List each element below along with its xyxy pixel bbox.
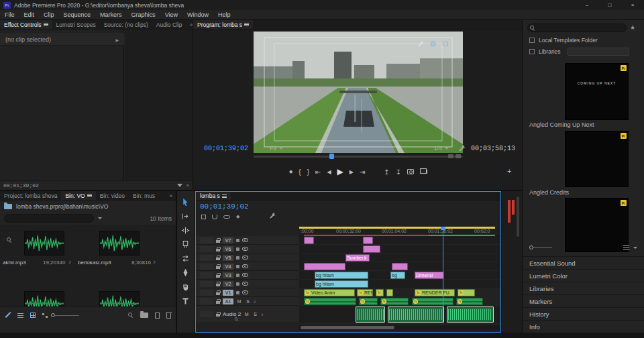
- mute-button[interactable]: M: [236, 299, 242, 304]
- lock-icon[interactable]: [216, 275, 220, 278]
- step-forward-button[interactable]: ▶: [350, 169, 354, 175]
- source-patch[interactable]: [200, 272, 213, 278]
- find-button[interactable]: [128, 313, 133, 318]
- close-button[interactable]: ×: [621, 0, 644, 10]
- program-scrubber[interactable]: [254, 153, 463, 160]
- new-item-button[interactable]: [155, 313, 160, 319]
- template-search-input[interactable]: [527, 23, 627, 32]
- razor-tool[interactable]: [181, 240, 190, 250]
- source-patch[interactable]: [200, 281, 213, 287]
- breadcrumb[interactable]: lomba sheva.prproj\bahan\music\VO: [16, 203, 109, 210]
- track-name-button[interactable]: V4: [223, 264, 233, 270]
- tab-sequence[interactable]: lomba s: [196, 192, 231, 200]
- effect-controls-timecode[interactable]: 00;01;39;02: [3, 182, 39, 188]
- solo-button[interactable]: S: [252, 312, 258, 317]
- mute-button[interactable]: M: [244, 312, 250, 317]
- pen-tool[interactable]: [181, 268, 190, 278]
- tab-overflow-button[interactable]: »: [186, 20, 193, 29]
- maximize-button[interactable]: □: [598, 0, 621, 10]
- track-name-button[interactable]: V6: [223, 246, 233, 252]
- source-patch[interactable]: [200, 264, 213, 270]
- toggle-output-icon[interactable]: [242, 281, 248, 286]
- source-patch[interactable]: [200, 311, 213, 317]
- lock-icon[interactable]: [216, 258, 220, 260]
- clip-name[interactable]: akhir.mp3: [3, 260, 26, 266]
- minimize-button[interactable]: –: [576, 0, 598, 10]
- play-button[interactable]: ▶: [337, 167, 343, 176]
- button-editor-plus[interactable]: +: [507, 167, 511, 175]
- fit-dropdown[interactable]: Fit: [270, 145, 283, 152]
- panel-tab-info[interactable]: Info: [523, 320, 644, 333]
- sync-lock-icon[interactable]: [236, 239, 239, 242]
- comparison-view-button[interactable]: [422, 170, 427, 174]
- delete-button[interactable]: [166, 313, 171, 319]
- tab-program-monitor[interactable]: Program: lomba s: [193, 20, 253, 29]
- libraries-dropdown[interactable]: [568, 48, 629, 56]
- audio-thumbnail[interactable]: [24, 231, 64, 256]
- local-templates-checkbox[interactable]: [529, 38, 535, 43]
- settings-wrench-icon[interactable]: [458, 145, 466, 152]
- panel-tab-libraries[interactable]: Libraries: [523, 282, 644, 294]
- track-name-button[interactable]: A1: [223, 298, 233, 304]
- icon-view-button[interactable]: [30, 313, 36, 318]
- track-name-button[interactable]: V1: [223, 290, 233, 296]
- new-bin-button[interactable]: [140, 313, 148, 318]
- lock-icon[interactable]: [216, 314, 220, 317]
- track-name-button[interactable]: V3: [223, 272, 233, 278]
- timeline-settings-wrench-icon[interactable]: [269, 213, 276, 221]
- program-monitor-display[interactable]: [254, 32, 463, 153]
- template-name[interactable]: Angled Credits: [529, 189, 569, 196]
- timeline-hscroll-thumb[interactable]: [301, 326, 394, 329]
- step-back-button[interactable]: ◀: [327, 169, 331, 175]
- panel-tab-history[interactable]: History: [523, 307, 644, 320]
- panel-menu-icon[interactable]: [222, 194, 227, 198]
- slider-track[interactable]: [55, 315, 79, 316]
- bin-content-grid[interactable]: akhir.mp3 19;20340 ♪ berlokasi.mp3 8;308…: [0, 225, 176, 306]
- solo-button[interactable]: S: [245, 299, 251, 304]
- zoom-handle-right[interactable]: [455, 154, 461, 158]
- timeline-hscroll-track[interactable]: [299, 325, 500, 330]
- toggle-output-icon[interactable]: [242, 237, 248, 243]
- panel-menu-icon[interactable]: [244, 23, 249, 26]
- clip-name[interactable]: berlokasi.mp3: [78, 260, 111, 266]
- lock-icon[interactable]: [216, 266, 220, 269]
- source-patch[interactable]: [200, 298, 213, 304]
- add-marker-button[interactable]: ◆: [289, 169, 292, 174]
- timeline-timecode[interactable]: 00;01;39;02: [200, 203, 249, 211]
- tab-lumetri-scopes[interactable]: Lumetri Scopes: [52, 20, 100, 29]
- go-to-out-button[interactable]: ⇥: [360, 168, 365, 176]
- chevron-down-icon[interactable]: [633, 247, 637, 249]
- sync-lock-icon[interactable]: [236, 282, 239, 286]
- menu-window[interactable]: Window: [182, 11, 213, 18]
- filter-icon[interactable]: [177, 184, 182, 187]
- source-patch[interactable]: [200, 237, 213, 243]
- sync-lock-icon[interactable]: [236, 274, 239, 277]
- mark-out-button[interactable]: }: [307, 168, 309, 176]
- panel-menu-icon[interactable]: [87, 194, 92, 197]
- tab-overflow-button[interactable]: »: [166, 191, 176, 200]
- template-name[interactable]: Angled Coming Up Next: [529, 121, 594, 128]
- menu-sequence[interactable]: Sequence: [59, 11, 96, 18]
- menu-file[interactable]: File: [0, 11, 19, 18]
- audio-thumbnail[interactable]: [99, 291, 140, 306]
- lift-button[interactable]: ↥: [384, 168, 389, 176]
- libraries-checkbox[interactable]: [529, 49, 535, 54]
- audio-thumbnail[interactable]: [24, 291, 64, 306]
- menu-graphics[interactable]: Graphics: [127, 11, 160, 18]
- freeform-view-button[interactable]: [42, 313, 44, 315]
- thumbnail-size-track[interactable]: [533, 247, 552, 248]
- zoom-slider[interactable]: [51, 313, 79, 317]
- panel-menu-icon[interactable]: [44, 23, 48, 26]
- tab-bin-video[interactable]: Bin: video: [96, 191, 129, 200]
- audio-thumbnail[interactable]: [99, 231, 140, 256]
- add-marker-icon[interactable]: ◆: [236, 214, 239, 219]
- tab-project[interactable]: Project: lomba sheva: [0, 191, 61, 200]
- track-name-button[interactable]: V5: [223, 255, 233, 261]
- panel-tab-essential-sound[interactable]: Essential Sound: [523, 256, 644, 269]
- scrubber-playhead[interactable]: [329, 154, 334, 159]
- slip-tool[interactable]: [181, 254, 190, 264]
- source-patch[interactable]: [200, 290, 213, 296]
- lock-icon[interactable]: [216, 284, 220, 286]
- sort-icon[interactable]: [623, 245, 629, 250]
- toggle-output-icon[interactable]: [242, 255, 248, 260]
